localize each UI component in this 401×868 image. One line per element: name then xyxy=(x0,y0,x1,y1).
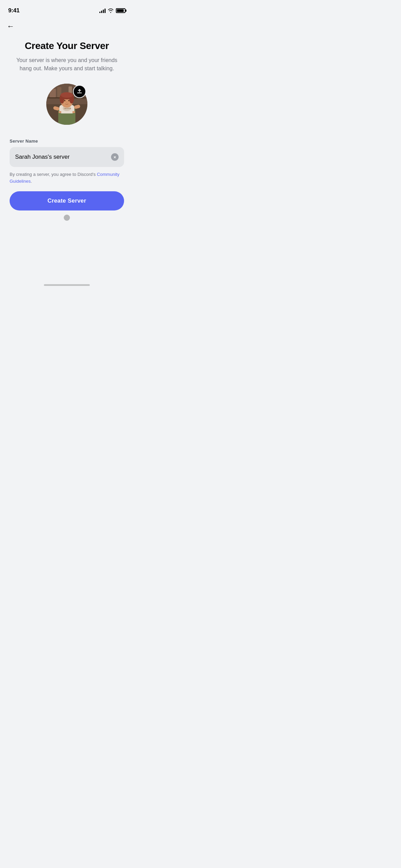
clear-button[interactable]: × xyxy=(111,153,119,161)
status-bar: 9:41 xyxy=(0,0,134,16)
touch-indicator xyxy=(64,215,70,221)
svg-rect-25 xyxy=(77,93,82,93)
back-button[interactable]: ← xyxy=(0,16,134,34)
upload-icon xyxy=(76,88,83,95)
page-title: Create Your Server xyxy=(25,40,109,51)
signal-icon xyxy=(99,8,106,13)
main-content: Create Your Server Your server is where … xyxy=(0,34,134,221)
terms-suffix: . xyxy=(31,179,32,184)
status-time: 9:41 xyxy=(8,7,20,14)
home-indicator xyxy=(44,284,90,286)
terms-text: By creating a server, you agree to Disco… xyxy=(10,171,124,184)
form-section: Server Name × By creating a server, you … xyxy=(10,138,124,221)
server-name-input-wrapper: × xyxy=(10,147,124,167)
avatar-upload[interactable]: BARBERIA xyxy=(46,84,87,125)
status-icons xyxy=(99,8,125,13)
svg-point-20 xyxy=(69,100,70,101)
svg-rect-24 xyxy=(72,111,75,113)
page-subtitle: Your server is where you and your friend… xyxy=(15,56,118,73)
clear-icon: × xyxy=(113,155,116,159)
svg-text:BARBERIA: BARBERIA xyxy=(64,108,71,109)
create-server-button[interactable]: Create Server xyxy=(10,191,124,210)
battery-icon xyxy=(116,8,125,13)
svg-rect-23 xyxy=(59,111,61,113)
server-name-label: Server Name xyxy=(10,138,124,144)
svg-point-16 xyxy=(61,92,73,98)
svg-rect-2 xyxy=(50,89,56,97)
svg-point-19 xyxy=(64,100,65,101)
terms-prefix: By creating a server, you agree to Disco… xyxy=(10,172,97,177)
upload-badge[interactable] xyxy=(73,85,86,98)
back-arrow-icon: ← xyxy=(7,22,14,31)
svg-rect-5 xyxy=(69,86,72,93)
server-name-input[interactable] xyxy=(15,154,111,160)
wifi-icon xyxy=(108,8,114,13)
